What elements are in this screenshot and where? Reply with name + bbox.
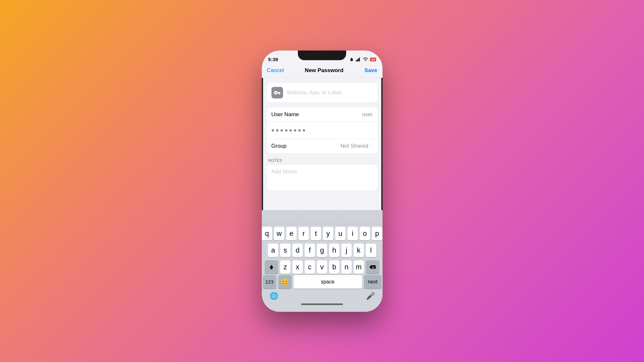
group-chevron-icon: ⌃ bbox=[370, 144, 373, 148]
key-next[interactable]: next bbox=[364, 275, 382, 289]
key-l[interactable]: l bbox=[366, 244, 376, 257]
password-dots: •••••••• bbox=[271, 126, 307, 135]
key-b[interactable]: b bbox=[329, 260, 339, 274]
delete-key[interactable] bbox=[366, 260, 379, 274]
key-s[interactable]: s bbox=[280, 244, 290, 257]
suggestion-2[interactable] bbox=[302, 214, 342, 219]
wifi-icon bbox=[363, 58, 368, 61]
cancel-button[interactable]: Cancel bbox=[267, 67, 284, 74]
key-f[interactable]: f bbox=[305, 244, 315, 257]
suggestion-1[interactable] bbox=[262, 214, 302, 219]
key-y[interactable]: y bbox=[323, 227, 333, 240]
delete-icon bbox=[369, 265, 376, 270]
signal-icon bbox=[356, 58, 361, 61]
home-indicator-bar bbox=[301, 303, 343, 305]
key-h[interactable]: h bbox=[329, 244, 339, 257]
bottom-icons-row: 🌐 🎤 bbox=[262, 291, 383, 301]
key-g[interactable]: g bbox=[317, 244, 327, 257]
scroll-content: User Name user •••••••• Group Not Shared… bbox=[262, 78, 383, 209]
key-emoji[interactable]: 😊 bbox=[278, 275, 292, 289]
key-row-2: a s d f g h j k l bbox=[263, 244, 382, 257]
key-c[interactable]: c bbox=[305, 260, 315, 274]
bell-icon bbox=[349, 57, 354, 62]
key-row-3: z x c v b n m bbox=[263, 260, 382, 274]
username-label: User Name bbox=[271, 111, 362, 118]
key-r[interactable]: r bbox=[298, 227, 309, 240]
password-row: •••••••• bbox=[267, 122, 377, 139]
notes-field[interactable]: Add Notes bbox=[267, 165, 377, 190]
notch bbox=[298, 51, 346, 60]
keyboard-suggestions bbox=[262, 210, 383, 224]
globe-icon[interactable]: 🌐 bbox=[270, 292, 278, 300]
svg-rect-3 bbox=[359, 58, 360, 61]
svg-rect-1 bbox=[357, 59, 358, 61]
form-section: User Name user •••••••• Group Not Shared… bbox=[267, 107, 377, 153]
key-p[interactable]: p bbox=[372, 227, 382, 240]
key-m[interactable]: m bbox=[354, 260, 364, 274]
phone-frame: 5:39 14 Cancel New Password Save bbox=[262, 51, 383, 312]
key-u[interactable]: u bbox=[335, 227, 346, 240]
keyboard-rows: q w e r t y u i o p a s d f g h j k bbox=[262, 224, 383, 275]
home-indicator bbox=[262, 301, 383, 312]
notes-placeholder: Add Notes bbox=[271, 169, 297, 175]
key-i[interactable]: i bbox=[347, 227, 358, 240]
shift-key[interactable] bbox=[265, 260, 278, 274]
suggestion-3[interactable] bbox=[342, 214, 382, 219]
key-q[interactable]: q bbox=[262, 227, 272, 240]
website-row bbox=[267, 83, 377, 102]
shift-icon bbox=[269, 264, 274, 270]
key-x[interactable]: x bbox=[292, 260, 303, 274]
save-button[interactable]: Save bbox=[365, 67, 377, 74]
key-v[interactable]: v bbox=[317, 260, 327, 274]
username-value: user bbox=[362, 111, 373, 118]
group-value[interactable]: Not Shared ⌃ bbox=[341, 143, 373, 149]
key-row-1: q w e r t y u i o p bbox=[263, 227, 382, 240]
key-t[interactable]: t bbox=[311, 227, 321, 240]
group-label: Group bbox=[271, 143, 341, 149]
mic-icon[interactable]: 🎤 bbox=[366, 292, 375, 300]
key-e[interactable]: e bbox=[286, 227, 297, 240]
key-numbers[interactable]: 123 bbox=[263, 275, 276, 289]
keyboard-bottom-row: 123 😊 space next bbox=[262, 275, 383, 291]
status-time: 5:39 bbox=[268, 57, 278, 62]
key-d[interactable]: d bbox=[292, 244, 303, 257]
password-key-icon bbox=[274, 89, 281, 96]
keyboard: q w e r t y u i o p a s d f g h j k bbox=[262, 210, 383, 312]
key-a[interactable]: a bbox=[268, 244, 278, 257]
svg-rect-2 bbox=[358, 58, 359, 61]
website-input[interactable] bbox=[287, 89, 373, 96]
key-o[interactable]: o bbox=[360, 227, 370, 240]
notes-section: NOTES Add Notes bbox=[267, 158, 377, 190]
notes-label: NOTES bbox=[267, 158, 377, 165]
key-j[interactable]: j bbox=[341, 244, 352, 257]
battery-icon: 14 bbox=[370, 58, 376, 61]
key-w[interactable]: w bbox=[274, 227, 284, 240]
key-space[interactable]: space bbox=[294, 275, 362, 289]
page-title: New Password bbox=[305, 67, 344, 74]
key-icon bbox=[271, 87, 283, 98]
key-k[interactable]: k bbox=[354, 244, 364, 257]
status-icons: 14 bbox=[349, 57, 376, 62]
key-z[interactable]: z bbox=[280, 260, 290, 274]
username-row: User Name user bbox=[267, 107, 377, 122]
nav-bar: Cancel New Password Save bbox=[262, 65, 383, 78]
group-row[interactable]: Group Not Shared ⌃ bbox=[267, 139, 377, 153]
svg-rect-0 bbox=[356, 60, 357, 61]
key-n[interactable]: n bbox=[341, 260, 352, 274]
